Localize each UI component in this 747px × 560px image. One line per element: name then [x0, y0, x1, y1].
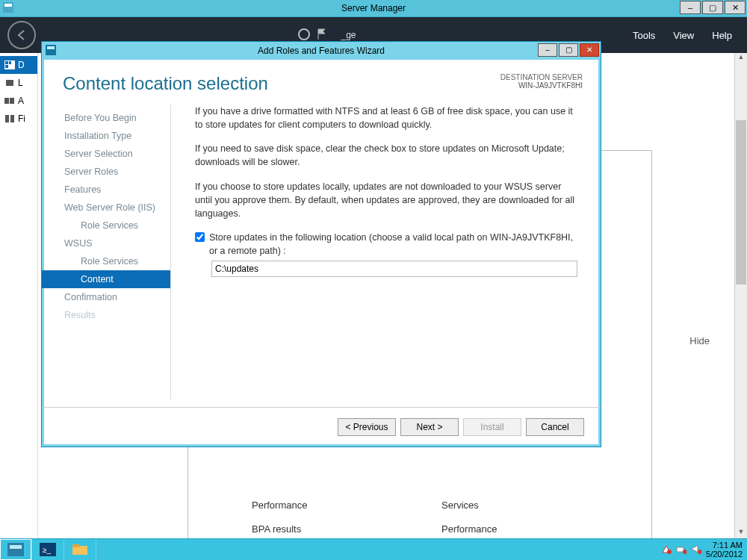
store-updates-row: Store updates in the following location …	[195, 231, 580, 258]
install-button[interactable]: Install	[463, 418, 521, 436]
minimize-button[interactable]: –	[680, 1, 701, 14]
svg-rect-11	[10, 115, 14, 122]
action-center-icon[interactable]	[661, 544, 672, 556]
list-item[interactable]: BPA results	[252, 517, 307, 540]
wizard-nav-item[interactable]: Installation Type	[42, 127, 170, 145]
wizard-para-2: If you need to save disk space, clear th…	[195, 142, 580, 169]
cancel-button[interactable]: Cancel	[526, 418, 584, 436]
wizard-nav-item[interactable]: Server Roles	[42, 163, 170, 181]
svg-rect-6	[5, 65, 8, 68]
svg-rect-21	[677, 547, 684, 552]
taskbar-item-powershell[interactable]: ≥_	[32, 539, 64, 560]
sidebar-item-file[interactable]: Fi	[0, 110, 37, 128]
wizard-nav: Before You BeginInstallation TypeServer …	[42, 105, 171, 399]
sidebar-item-label: D	[18, 60, 25, 70]
wizard-nav-item[interactable]: Before You Begin	[42, 109, 170, 127]
back-button[interactable]	[7, 21, 36, 49]
destination-block: DESTINATION SERVER WIN-JA9JVTKF8HI	[500, 73, 583, 90]
previous-button[interactable]: < Previous	[338, 418, 396, 436]
sidebar-item-local[interactable]: L	[0, 74, 37, 92]
menu-help[interactable]: Help	[712, 30, 732, 41]
wizard-para-1: If you have a drive formatted with NTFS …	[195, 105, 580, 131]
clock-date: 5/20/2012	[706, 550, 743, 559]
list-item[interactable]: Performance	[252, 494, 307, 517]
taskbar-item-server-manager[interactable]	[0, 539, 32, 560]
app-title: Server Manager	[0, 3, 747, 13]
list-item[interactable]: Services	[441, 494, 497, 517]
menu-view[interactable]: View	[673, 30, 694, 41]
wizard-maximize-button[interactable]: ▢	[559, 43, 578, 57]
wizard-para-3: If you choose to store updates locally, …	[195, 180, 580, 220]
sidebar-item-label: Fi	[18, 113, 25, 124]
taskbar-tray: 7:11 AM 5/20/2012	[657, 539, 747, 560]
scrollbar-vertical[interactable]: ▲ ▼	[734, 53, 747, 540]
svg-point-23	[698, 550, 701, 554]
wizard-nav-item[interactable]: Content	[42, 270, 170, 288]
svg-rect-8	[4, 98, 9, 104]
svg-rect-4	[5, 61, 8, 64]
wizard-heading: Content location selection	[63, 73, 268, 94]
tile-right-list: Services Performance BPA results	[441, 494, 497, 540]
wizard-nav-item[interactable]: WSUS	[42, 234, 170, 252]
wizard-nav-item[interactable]: Role Services	[42, 217, 170, 234]
wizard-titlebar: Add Roles and Features Wizard – ▢ ✕	[42, 42, 601, 60]
taskbar[interactable]: ≥_ 7:11 AM 5/20/2012	[0, 538, 747, 560]
sidebar-item-all[interactable]: A	[0, 92, 37, 110]
svg-rect-10	[5, 115, 9, 122]
svg-point-20	[667, 550, 672, 554]
destination-label: DESTINATION SERVER	[500, 73, 583, 81]
wizard-window-controls: – ▢ ✕	[536, 43, 599, 57]
wizard-minimize-button[interactable]: –	[538, 43, 557, 57]
maximize-button[interactable]: ▢	[702, 1, 723, 14]
wizard-pane: If you have a drive formatted with NTFS …	[171, 100, 583, 407]
app-menu: Tools View Help	[633, 30, 747, 41]
destination-server: WIN-JA9JVTKF8HI	[500, 81, 583, 90]
svg-rect-5	[9, 61, 11, 64]
menu-tools[interactable]: Tools	[633, 30, 655, 41]
header-truncated-text: _ge	[341, 30, 356, 40]
clock-time: 7:11 AM	[706, 541, 743, 550]
sidebar-item-label: A	[18, 96, 24, 106]
app-titlebar: Server Manager – ▢ ✕	[0, 0, 747, 17]
taskbar-clock[interactable]: 7:11 AM 5/20/2012	[706, 541, 743, 559]
svg-rect-7	[6, 80, 13, 86]
updates-path-input[interactable]	[211, 261, 577, 277]
wizard-nav-item[interactable]: Role Services	[42, 252, 170, 270]
wizard-nav-item[interactable]: Web Server Role (IIS)	[42, 199, 170, 217]
store-updates-label[interactable]: Store updates in the following location …	[209, 231, 580, 258]
wizard-title: Add Roles and Features Wizard	[42, 46, 601, 56]
svg-rect-19	[72, 544, 79, 547]
wizard-close-button[interactable]: ✕	[580, 43, 599, 57]
network-icon[interactable]	[676, 544, 686, 556]
wizard-nav-item[interactable]: Server Selection	[42, 145, 170, 163]
wizard-nav-item: Results	[42, 306, 170, 324]
app-sidebar: D L A Fi	[0, 53, 38, 540]
next-button[interactable]: Next >	[400, 418, 459, 436]
scroll-up-icon[interactable]: ▲	[735, 53, 747, 65]
store-updates-checkbox[interactable]	[195, 232, 205, 242]
wizard-window: Add Roles and Features Wizard – ▢ ✕ Cont…	[41, 41, 601, 447]
list-item[interactable]: Performance	[441, 517, 497, 540]
svg-text:≥_: ≥_	[43, 546, 51, 554]
sidebar-item-dashboard[interactable]: D	[0, 56, 37, 74]
wizard-nav-item[interactable]: Features	[42, 181, 170, 199]
volume-icon[interactable]	[691, 544, 701, 556]
tile-left-list: Performance BPA results	[252, 494, 307, 540]
svg-rect-15	[10, 545, 22, 549]
svg-point-2	[299, 29, 309, 40]
hide-link[interactable]: Hide	[689, 335, 710, 346]
wizard-footer: < Previous Next > Install Cancel	[42, 407, 601, 447]
scroll-thumb[interactable]	[736, 120, 746, 284]
svg-rect-14	[7, 543, 24, 556]
close-button[interactable]: ✕	[725, 1, 746, 14]
wizard-nav-item[interactable]: Confirmation	[42, 288, 170, 306]
window-controls: – ▢ ✕	[678, 1, 746, 14]
wizard-content: Before You BeginInstallation TypeServer …	[42, 100, 601, 407]
taskbar-item-explorer[interactable]	[64, 539, 96, 560]
sidebar-item-label: L	[18, 78, 23, 88]
svg-rect-9	[10, 98, 14, 104]
wizard-header: Content location selection DESTINATION S…	[42, 60, 601, 100]
